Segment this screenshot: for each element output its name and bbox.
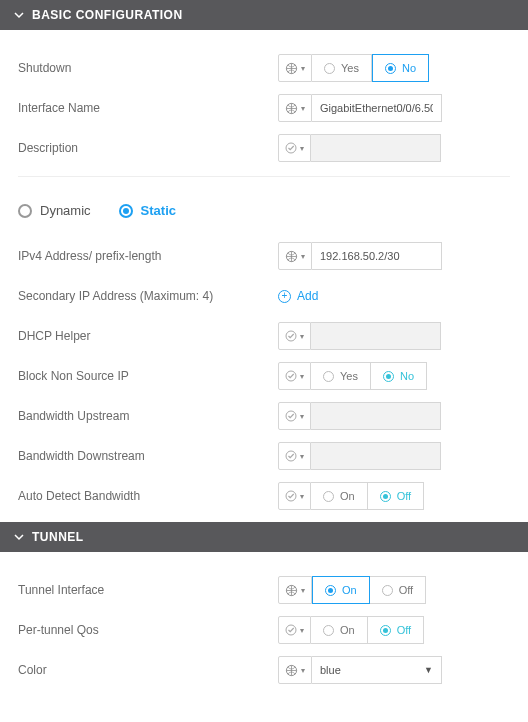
radio-icon bbox=[383, 371, 394, 382]
globe-icon bbox=[285, 584, 298, 597]
label-description: Description bbox=[18, 141, 278, 155]
label-bw-up: Bandwidth Upstream bbox=[18, 409, 278, 423]
chevron-down-icon bbox=[14, 10, 24, 20]
color-select[interactable]: blue ▼ bbox=[312, 656, 442, 684]
shutdown-no[interactable]: No bbox=[372, 54, 429, 82]
check-icon bbox=[285, 624, 297, 636]
caret-icon: ▾ bbox=[301, 104, 305, 113]
radio-icon bbox=[380, 491, 391, 502]
scope-button-tunnel-iface[interactable]: ▾ bbox=[278, 576, 312, 604]
label-shutdown: Shutdown bbox=[18, 61, 278, 75]
check-icon bbox=[285, 142, 297, 154]
block-yes[interactable]: Yes bbox=[311, 362, 371, 390]
section-header-basic[interactable]: BASIC CONFIGURATION bbox=[0, 0, 528, 30]
scope-button-block[interactable]: ▾ bbox=[278, 362, 311, 390]
basic-config-body: Shutdown ▾ Yes No Interface Name bbox=[0, 30, 528, 522]
check-icon bbox=[285, 490, 297, 502]
radio-icon bbox=[325, 585, 336, 596]
scope-button-autodetect[interactable]: ▾ bbox=[278, 482, 311, 510]
caret-icon: ▾ bbox=[300, 626, 304, 635]
shutdown-yes[interactable]: Yes bbox=[312, 54, 372, 82]
radio-icon bbox=[18, 204, 32, 218]
scope-button-dhcp[interactable]: ▾ bbox=[278, 322, 311, 350]
mode-dynamic[interactable]: Dynamic bbox=[18, 203, 91, 218]
block-nonsource-toggle: Yes No bbox=[311, 362, 427, 390]
label-block-nonsource: Block Non Source IP bbox=[18, 369, 278, 383]
section-header-tunnel[interactable]: TUNNEL bbox=[0, 522, 528, 552]
radio-icon bbox=[323, 371, 334, 382]
row-color: Color ▾ blue ▼ bbox=[18, 650, 510, 690]
tunnel-body: Tunnel Interface ▾ On Off Per-tun bbox=[0, 552, 528, 696]
qos-off[interactable]: Off bbox=[368, 616, 424, 644]
row-shutdown: Shutdown ▾ Yes No bbox=[18, 48, 510, 88]
scope-button-ifname[interactable]: ▾ bbox=[278, 94, 312, 122]
scope-button-ipv4[interactable]: ▾ bbox=[278, 242, 312, 270]
caret-icon: ▾ bbox=[300, 452, 304, 461]
caret-icon: ▾ bbox=[301, 666, 305, 675]
plus-icon: + bbox=[278, 290, 291, 303]
globe-icon bbox=[285, 664, 298, 677]
bw-up-input[interactable] bbox=[311, 402, 441, 430]
caret-icon: ▾ bbox=[301, 252, 305, 261]
auto-detect-toggle: On Off bbox=[311, 482, 424, 510]
scope-button-qos[interactable]: ▾ bbox=[278, 616, 311, 644]
mode-static[interactable]: Static bbox=[119, 203, 176, 218]
radio-icon bbox=[385, 63, 396, 74]
row-secondary-ip: Secondary IP Address (Maximum: 4) + Add bbox=[18, 276, 510, 316]
label-tunnel-iface: Tunnel Interface bbox=[18, 583, 278, 597]
radio-icon bbox=[324, 63, 335, 74]
globe-icon bbox=[285, 62, 298, 75]
add-secondary-ip[interactable]: + Add bbox=[278, 289, 318, 303]
section-title: TUNNEL bbox=[32, 530, 84, 544]
chevron-down-icon bbox=[14, 532, 24, 542]
globe-icon bbox=[285, 250, 298, 263]
radio-icon bbox=[323, 491, 334, 502]
radio-icon bbox=[119, 204, 133, 218]
row-per-tunnel-qos: Per-tunnel Qos ▾ On Off bbox=[18, 610, 510, 650]
tunnel-iface-on[interactable]: On bbox=[312, 576, 370, 604]
globe-icon bbox=[285, 102, 298, 115]
radio-icon bbox=[323, 625, 334, 636]
description-input[interactable] bbox=[311, 134, 441, 162]
scope-button-description[interactable]: ▾ bbox=[278, 134, 311, 162]
dhcp-helper-input[interactable] bbox=[311, 322, 441, 350]
row-interface-name: Interface Name ▾ bbox=[18, 88, 510, 128]
qos-toggle: On Off bbox=[311, 616, 424, 644]
bw-down-input[interactable] bbox=[311, 442, 441, 470]
color-value: blue bbox=[320, 664, 341, 676]
label-auto-detect: Auto Detect Bandwidth bbox=[18, 489, 278, 503]
block-no[interactable]: No bbox=[371, 362, 427, 390]
row-bw-down: Bandwidth Downstream ▾ bbox=[18, 436, 510, 476]
scope-button-color[interactable]: ▾ bbox=[278, 656, 312, 684]
caret-icon: ▾ bbox=[300, 492, 304, 501]
tunnel-iface-off[interactable]: Off bbox=[370, 576, 426, 604]
radio-icon bbox=[380, 625, 391, 636]
check-icon bbox=[285, 370, 297, 382]
caret-icon: ▾ bbox=[301, 586, 305, 595]
interface-name-input[interactable] bbox=[312, 94, 442, 122]
scope-button-bwdown[interactable]: ▾ bbox=[278, 442, 311, 470]
row-auto-detect: Auto Detect Bandwidth ▾ On Off bbox=[18, 476, 510, 516]
ipv4-input[interactable] bbox=[312, 242, 442, 270]
row-description: Description ▾ bbox=[18, 128, 510, 168]
tunnel-iface-toggle: On Off bbox=[312, 576, 426, 604]
label-dhcp-helper: DHCP Helper bbox=[18, 329, 278, 343]
scope-button-bwup[interactable]: ▾ bbox=[278, 402, 311, 430]
caret-icon: ▾ bbox=[300, 412, 304, 421]
label-secondary-ip: Secondary IP Address (Maximum: 4) bbox=[18, 289, 278, 303]
label-bw-down: Bandwidth Downstream bbox=[18, 449, 278, 463]
row-ipv4: IPv4 Address/ prefix-length ▾ bbox=[18, 236, 510, 276]
label-ipv4: IPv4 Address/ prefix-length bbox=[18, 249, 278, 263]
autodetect-off[interactable]: Off bbox=[368, 482, 424, 510]
label-color: Color bbox=[18, 663, 278, 677]
row-dhcp-helper: DHCP Helper ▾ bbox=[18, 316, 510, 356]
label-interface-name: Interface Name bbox=[18, 101, 278, 115]
divider bbox=[18, 176, 510, 177]
qos-on[interactable]: On bbox=[311, 616, 368, 644]
caret-icon: ▾ bbox=[300, 332, 304, 341]
radio-icon bbox=[382, 585, 393, 596]
scope-button-shutdown[interactable]: ▾ bbox=[278, 54, 312, 82]
label-per-tunnel-qos: Per-tunnel Qos bbox=[18, 623, 278, 637]
autodetect-on[interactable]: On bbox=[311, 482, 368, 510]
ip-mode-row: Dynamic Static bbox=[18, 195, 510, 236]
